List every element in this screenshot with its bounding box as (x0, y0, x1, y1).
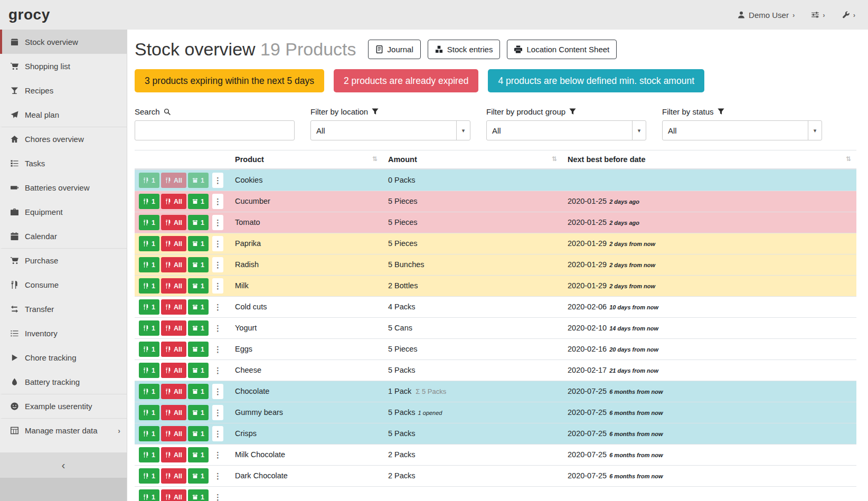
settings-menu[interactable]: › (812, 11, 825, 19)
consume-all-button[interactable]: All (161, 426, 186, 441)
consume-all-button[interactable]: All (161, 447, 186, 462)
consume-one-button[interactable]: 1 (139, 342, 159, 357)
consume-one-button[interactable]: 1 (139, 468, 159, 484)
sidebar-item-recipes[interactable]: Recipes (0, 78, 127, 102)
consume-one-button[interactable]: 1 (139, 194, 159, 209)
row-menu-button[interactable]: ⋮ (212, 320, 223, 336)
row-menu-button[interactable]: ⋮ (212, 278, 223, 294)
filter-by-status-select[interactable]: All ▾ (662, 120, 822, 140)
open-one-button[interactable]: 1 (188, 215, 209, 230)
consume-all-button[interactable]: All (161, 468, 186, 484)
open-one-button[interactable]: 1 (188, 468, 209, 484)
sidebar-item-batteries-overview[interactable]: Batteries overview (0, 175, 127, 200)
sidebar-collapse-button[interactable]: ‹ (0, 452, 127, 478)
open-one-button[interactable]: 1 (188, 426, 209, 441)
sort-icon[interactable]: ⇅ (552, 155, 557, 163)
sidebar-item-manage-master-data[interactable]: Manage master data› (0, 418, 127, 442)
user-menu[interactable]: Demo User› (738, 11, 795, 20)
consume-one-button[interactable]: 1 (139, 426, 159, 441)
row-menu-button[interactable]: ⋮ (212, 447, 223, 462)
open-one-button[interactable]: 1 (188, 194, 209, 209)
search-input[interactable] (135, 120, 295, 140)
consume-all-button[interactable]: All (161, 215, 186, 230)
row-menu-button[interactable]: ⋮ (212, 405, 223, 420)
below-min-alert[interactable]: 4 products are below defined min. stock … (488, 69, 704, 92)
column-product[interactable]: Product⇅ (230, 150, 383, 169)
consume-one-button[interactable]: 1 (139, 320, 159, 336)
row-menu-button[interactable]: ⋮ (212, 299, 223, 315)
expired-alert[interactable]: 2 products are already expired (334, 69, 478, 92)
consume-all-button[interactable]: All (161, 299, 186, 315)
consume-all-button[interactable]: All (161, 320, 186, 336)
consume-one-button[interactable]: 1 (139, 384, 159, 399)
row-menu-button[interactable]: ⋮ (212, 215, 223, 230)
filter-by-location-select[interactable]: All ▾ (310, 120, 470, 140)
consume-one-button[interactable]: 1 (139, 278, 159, 294)
column-amount[interactable]: Amount⇅ (383, 150, 562, 169)
open-one-button[interactable]: 1 (188, 405, 209, 420)
sort-icon[interactable]: ⇅ (372, 155, 378, 163)
consume-all-button[interactable]: All (161, 278, 186, 294)
sidebar-item-purchase[interactable]: Purchase (0, 248, 127, 272)
consume-one-button[interactable]: 1 (139, 299, 159, 315)
sidebar-item-tasks[interactable]: Tasks (0, 151, 127, 175)
row-menu-button[interactable]: ⋮ (212, 426, 223, 441)
consume-one-button[interactable]: 1 (139, 173, 159, 188)
consume-all-button[interactable]: All (161, 405, 186, 420)
open-one-button[interactable]: 1 (188, 342, 209, 357)
open-one-button[interactable]: 1 (188, 257, 209, 272)
open-one-button[interactable]: 1 (188, 320, 209, 336)
open-one-button[interactable]: 1 (188, 363, 209, 378)
sidebar-item-battery-tracking[interactable]: Battery tracking (0, 370, 127, 394)
sidebar-item-chores-overview[interactable]: Chores overview (0, 127, 127, 151)
consume-all-button[interactable]: All (161, 236, 186, 251)
admin-menu[interactable]: › (842, 11, 855, 19)
row-menu-button[interactable]: ⋮ (212, 342, 223, 357)
open-one-button[interactable]: 1 (188, 489, 209, 501)
consume-one-button[interactable]: 1 (139, 405, 159, 420)
consume-one-button[interactable]: 1 (139, 236, 159, 251)
sidebar-item-meal-plan[interactable]: Meal plan (0, 102, 127, 127)
row-menu-button[interactable]: ⋮ (212, 194, 223, 209)
consume-all-button[interactable]: All (161, 363, 186, 378)
row-menu-button[interactable]: ⋮ (212, 236, 223, 251)
consume-one-button[interactable]: 1 (139, 215, 159, 230)
consume-all-button[interactable]: All (161, 489, 186, 501)
sort-icon[interactable]: ⇅ (846, 155, 851, 163)
sidebar-item-consume[interactable]: Consume (0, 272, 127, 297)
open-one-button[interactable]: 1 (188, 447, 209, 462)
open-one-button[interactable]: 1 (188, 236, 209, 251)
row-menu-button[interactable]: ⋮ (212, 257, 223, 272)
row-menu-button[interactable]: ⋮ (212, 384, 223, 399)
sidebar-item-transfer[interactable]: Transfer (0, 297, 127, 321)
sidebar-item-shopping-list[interactable]: Shopping list (0, 54, 127, 78)
location-content-sheet-button[interactable]: Location Content Sheet (507, 40, 617, 59)
row-menu-button[interactable]: ⋮ (212, 468, 223, 484)
stock-entries-button[interactable]: Stock entries (428, 40, 501, 59)
consume-one-button[interactable]: 1 (139, 447, 159, 462)
consume-all-button[interactable]: All (161, 173, 186, 188)
row-menu-button[interactable]: ⋮ (212, 363, 223, 378)
filter-by-product-group-select[interactable]: All ▾ (486, 120, 646, 140)
sidebar-item-calendar[interactable]: Calendar (0, 224, 127, 248)
open-one-button[interactable]: 1 (188, 299, 209, 315)
consume-all-button[interactable]: All (161, 257, 186, 272)
consume-all-button[interactable]: All (161, 384, 186, 399)
open-one-button[interactable]: 1 (188, 278, 209, 294)
consume-all-button[interactable]: All (161, 194, 186, 209)
journal-button[interactable]: Journal (368, 40, 421, 59)
sidebar-item-inventory[interactable]: Inventory (0, 321, 127, 345)
consume-one-button[interactable]: 1 (139, 489, 159, 501)
consume-one-button[interactable]: 1 (139, 363, 159, 378)
sidebar-item-stock-overview[interactable]: Stock overview (0, 30, 127, 54)
row-menu-button[interactable]: ⋮ (212, 173, 223, 188)
sidebar-item-equipment[interactable]: Equipment (0, 200, 127, 224)
sidebar-item-example-userentity[interactable]: Example userentity (0, 394, 127, 418)
consume-one-button[interactable]: 1 (139, 257, 159, 272)
row-menu-button[interactable]: ⋮ (212, 489, 223, 501)
consume-all-button[interactable]: All (161, 342, 186, 357)
column-next-best-before-date[interactable]: Next best before date⇅ (562, 150, 856, 169)
open-one-button[interactable]: 1 (188, 384, 209, 399)
open-one-button[interactable]: 1 (188, 173, 209, 188)
expiring-alert[interactable]: 3 products expiring within the next 5 da… (135, 69, 324, 92)
